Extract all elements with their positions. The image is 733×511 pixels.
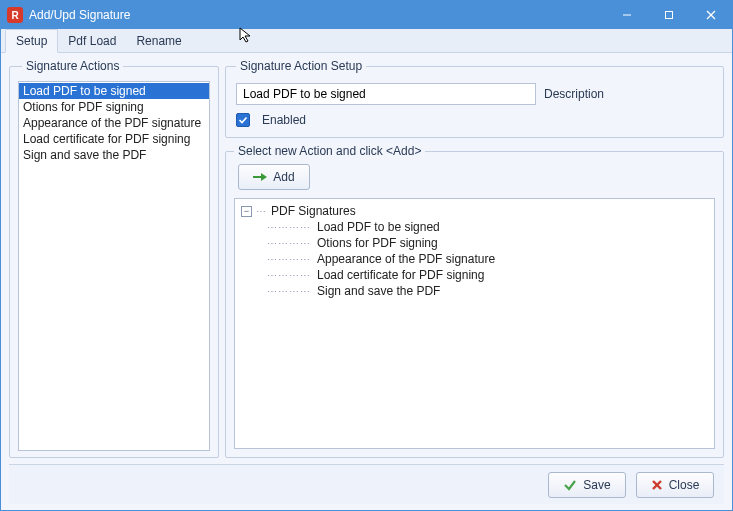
- select-action-group: Select new Action and click <Add> Add − …: [225, 144, 724, 458]
- right-panel: Signature Action Setup Description Enabl…: [225, 59, 724, 458]
- checkmark-icon: [236, 113, 250, 127]
- list-item[interactable]: Sign and save the PDF: [19, 147, 209, 163]
- tree-root-node[interactable]: − ⋯ PDF Signatures: [241, 203, 708, 219]
- check-icon: [563, 478, 577, 492]
- maximize-button[interactable]: [648, 1, 690, 29]
- signature-actions-legend: Signature Actions: [22, 59, 123, 73]
- enabled-label: Enabled: [262, 113, 306, 127]
- close-button[interactable]: Close: [636, 472, 714, 498]
- client-area: Signature Actions Load PDF to be signedO…: [1, 53, 732, 510]
- close-button-label: Close: [669, 478, 700, 492]
- tree-item-label: Load certificate for PDF signing: [317, 268, 484, 282]
- tree-root-label: PDF Signatures: [271, 204, 356, 218]
- tabstrip: SetupPdf LoadRename: [1, 29, 732, 53]
- left-panel: Signature Actions Load PDF to be signedO…: [9, 59, 219, 458]
- select-action-legend: Select new Action and click <Add>: [234, 144, 425, 158]
- x-icon: [651, 479, 663, 491]
- tree-item-label: Otions for PDF signing: [317, 236, 438, 250]
- window-title: Add/Upd Signature: [29, 8, 130, 22]
- collapse-icon[interactable]: −: [241, 206, 252, 217]
- signature-actions-list[interactable]: Load PDF to be signedOtions for PDF sign…: [18, 81, 210, 451]
- tree-item-label: Sign and save the PDF: [317, 284, 440, 298]
- titlebar[interactable]: R Add/Upd Signature: [1, 1, 732, 29]
- action-setup-legend: Signature Action Setup: [236, 59, 366, 73]
- description-label: Description: [544, 87, 604, 101]
- save-button[interactable]: Save: [548, 472, 626, 498]
- add-button-label: Add: [273, 170, 294, 184]
- svg-marker-5: [261, 173, 267, 181]
- list-item[interactable]: Otions for PDF signing: [19, 99, 209, 115]
- tree-item[interactable]: ⋯⋯Load PDF to be signed: [241, 219, 708, 235]
- enabled-checkbox[interactable]: Enabled: [236, 113, 713, 127]
- svg-rect-4: [253, 176, 261, 178]
- tree-item-label: Appearance of the PDF signature: [317, 252, 495, 266]
- app-icon: R: [7, 7, 23, 23]
- minimize-button[interactable]: [606, 1, 648, 29]
- tab-pdf-load[interactable]: Pdf Load: [58, 30, 126, 52]
- list-item[interactable]: Load PDF to be signed: [19, 83, 209, 99]
- save-button-label: Save: [583, 478, 610, 492]
- tree-item[interactable]: ⋯⋯Load certificate for PDF signing: [241, 267, 708, 283]
- action-tree[interactable]: − ⋯ PDF Signatures ⋯⋯Load PDF to be sign…: [234, 198, 715, 449]
- list-item[interactable]: Load certificate for PDF signing: [19, 131, 209, 147]
- tab-setup[interactable]: Setup: [5, 29, 58, 53]
- dialog-footer: Save Close: [9, 464, 724, 504]
- add-button[interactable]: Add: [238, 164, 310, 190]
- tree-item[interactable]: ⋯⋯Otions for PDF signing: [241, 235, 708, 251]
- dialog-window: R Add/Upd Signature SetupPdf LoadRename …: [0, 0, 733, 511]
- add-icon: [253, 171, 267, 183]
- tab-rename[interactable]: Rename: [126, 30, 191, 52]
- close-window-button[interactable]: [690, 1, 732, 29]
- svg-rect-1: [666, 12, 673, 19]
- tree-item-label: Load PDF to be signed: [317, 220, 440, 234]
- action-name-input[interactable]: [236, 83, 536, 105]
- tree-item[interactable]: ⋯⋯Sign and save the PDF: [241, 283, 708, 299]
- list-item[interactable]: Appearance of the PDF signature: [19, 115, 209, 131]
- tree-item[interactable]: ⋯⋯Appearance of the PDF signature: [241, 251, 708, 267]
- action-setup-group: Signature Action Setup Description Enabl…: [225, 59, 724, 138]
